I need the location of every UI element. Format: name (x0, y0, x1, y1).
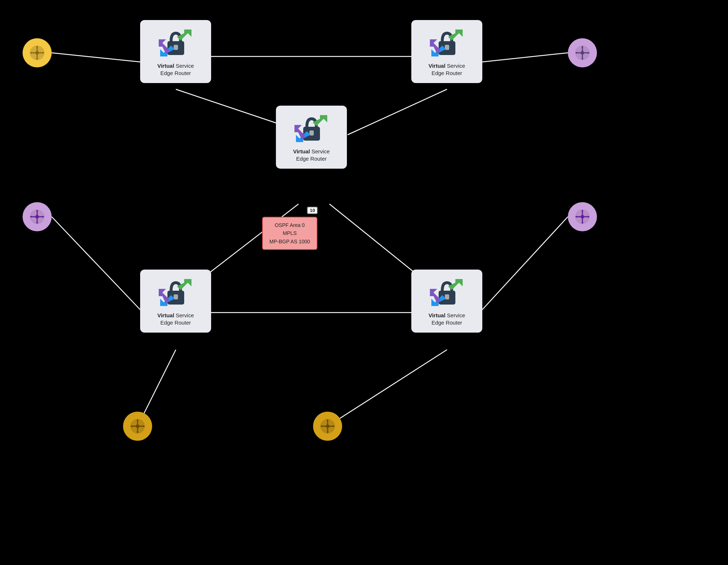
router-icon-top-left (156, 27, 196, 59)
svg-line-4 (52, 53, 140, 62)
router-label-bottom-right: Virtual ServiceEdge Router (428, 312, 465, 327)
svg-point-76 (581, 215, 584, 219)
cloud-bottom-left (123, 412, 152, 441)
svg-point-66 (35, 215, 39, 219)
router-label-top-left: Virtual ServiceEdge Router (157, 62, 194, 77)
router-label-bottom-left: Virtual ServiceEdge Router (157, 312, 194, 327)
svg-line-9 (328, 350, 447, 426)
router-icon-center (292, 112, 332, 145)
router-top-right: Virtual ServiceEdge Router (411, 20, 482, 83)
cloud-top-left (23, 38, 52, 67)
badge-10: 10 (307, 207, 318, 214)
svg-line-7 (482, 217, 568, 310)
svg-point-86 (136, 424, 139, 428)
router-label-center: Virtual ServiceEdge Router (293, 148, 330, 163)
connection-lines (0, 0, 728, 565)
svg-line-1 (348, 89, 447, 135)
svg-line-5 (482, 53, 568, 62)
ospf-line3: MP-BGP AS 1000 (269, 238, 310, 246)
svg-line-6 (52, 217, 140, 310)
router-icon-bottom-left (156, 276, 196, 309)
router-label-top-right: Virtual ServiceEdge Router (428, 62, 465, 77)
ospf-info-box: OSPF Area 0 MPLS MP-BGP AS 1000 (262, 217, 317, 250)
ospf-line2: MPLS (269, 229, 310, 237)
cloud-middle-left (23, 202, 52, 231)
cloud-middle-right (568, 202, 597, 231)
router-icon-bottom-right (427, 276, 467, 309)
svg-point-56 (581, 51, 584, 55)
svg-point-96 (326, 424, 329, 428)
router-center: Virtual ServiceEdge Router (276, 106, 347, 169)
ospf-line1: OSPF Area 0 (269, 221, 310, 229)
cloud-bottom-right (313, 412, 342, 441)
router-top-left: Virtual ServiceEdge Router (140, 20, 211, 83)
router-icon-top-right (427, 27, 467, 59)
router-bottom-left: Virtual ServiceEdge Router (140, 270, 211, 333)
svg-point-46 (35, 51, 39, 55)
router-bottom-right: Virtual ServiceEdge Router (411, 270, 482, 333)
cloud-top-right (568, 38, 597, 67)
